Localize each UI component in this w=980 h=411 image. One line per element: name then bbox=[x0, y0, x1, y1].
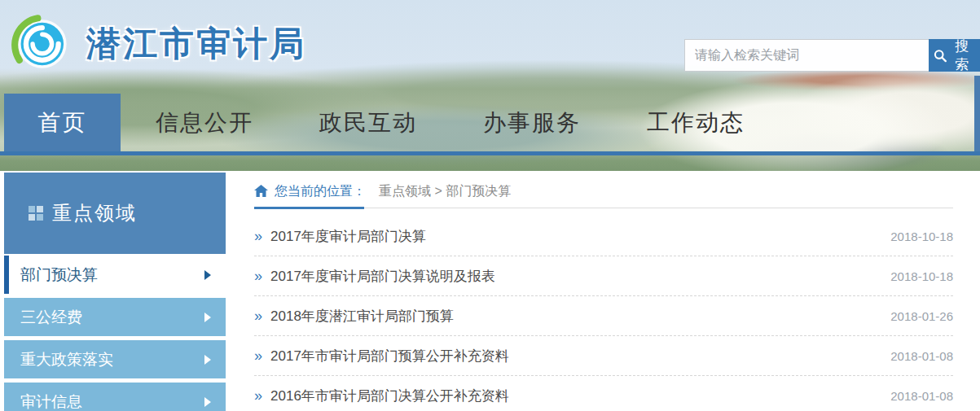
article-link[interactable]: 2017年度审计局部门决算说明及报表 bbox=[270, 267, 495, 286]
double-angle-icon: » bbox=[254, 228, 262, 245]
article-row[interactable]: » 2017年市审计局部门预算公开补充资料 2018-01-08 bbox=[254, 336, 953, 376]
search-box: 搜索 bbox=[684, 39, 980, 72]
breadcrumb-divider bbox=[254, 207, 953, 209]
sidebar-item-label: 三公经费 bbox=[20, 307, 82, 328]
breadcrumb-label: 您当前的位置： bbox=[275, 183, 366, 200]
article-date: 2018-10-18 bbox=[890, 269, 953, 283]
sidebar-item-label: 重大政策落实 bbox=[20, 349, 113, 370]
chevron-right-icon bbox=[204, 270, 211, 280]
breadcrumb-trail[interactable]: 重点领域 > 部门预决算 bbox=[379, 183, 511, 200]
logo-icon bbox=[10, 13, 72, 75]
sidebar: 重点领域 部门预决算 三公经费 重大政策落实 审计信息 bbox=[4, 173, 226, 411]
double-angle-icon: » bbox=[254, 308, 262, 325]
nav-tab-gov-interaction[interactable]: 政民互动 bbox=[303, 94, 433, 151]
article-link[interactable]: 2016年市审计局部门决算公开补充资料 bbox=[270, 387, 509, 405]
main-content: 您当前的位置： 重点领域 > 部门预决算 » 2017年度审计局部门决算 201… bbox=[254, 181, 953, 411]
article-date: 2018-01-26 bbox=[890, 309, 953, 323]
double-angle-icon: » bbox=[254, 268, 262, 285]
nav-tab-work-news[interactable]: 工作动态 bbox=[631, 94, 761, 151]
article-list: » 2017年度审计局部门决算 2018-10-18 » 2017年度审计局部门… bbox=[254, 216, 953, 411]
sidebar-item-three-public-funds[interactable]: 三公经费 bbox=[4, 298, 226, 336]
article-date: 2018-01-08 bbox=[890, 349, 953, 363]
site-title: 潜江市审计局 bbox=[86, 21, 306, 67]
chevron-right-icon bbox=[204, 397, 211, 407]
search-button[interactable]: 搜索 bbox=[929, 39, 980, 72]
article-date: 2018-01-08 bbox=[890, 389, 953, 403]
article-link[interactable]: 2018年度潜江审计局部门预算 bbox=[270, 307, 454, 326]
article-link[interactable]: 2017年市审计局部门预算公开补充资料 bbox=[270, 347, 509, 365]
article-row[interactable]: » 2018年度潜江审计局部门预算 2018-01-26 bbox=[254, 296, 953, 336]
nav-tab-services[interactable]: 办事服务 bbox=[467, 94, 597, 151]
sidebar-title: 重点领域 bbox=[52, 200, 137, 226]
chevron-right-icon bbox=[204, 313, 211, 322]
double-angle-icon: » bbox=[254, 348, 262, 365]
sidebar-item-budget-final-accounts[interactable]: 部门预决算 bbox=[4, 256, 226, 294]
sidebar-header: 重点领域 bbox=[4, 173, 226, 254]
nav-underline bbox=[0, 151, 980, 155]
sidebar-item-label: 部门预决算 bbox=[20, 265, 98, 286]
search-input[interactable] bbox=[684, 39, 929, 72]
breadcrumb: 您当前的位置： 重点领域 > 部门预决算 bbox=[254, 181, 953, 202]
sidebar-item-audit-info[interactable]: 审计信息 bbox=[4, 383, 226, 411]
search-icon bbox=[934, 49, 947, 63]
nav-tab-info-disclosure[interactable]: 信息公开 bbox=[139, 94, 270, 151]
double-angle-icon: » bbox=[254, 387, 262, 404]
article-row[interactable]: » 2016年市审计局部门决算公开补充资料 2018-01-08 bbox=[254, 376, 953, 411]
article-link[interactable]: 2017年度审计局部门决算 bbox=[270, 227, 426, 246]
nav-right-edge-strip bbox=[974, 76, 980, 151]
home-icon bbox=[254, 185, 268, 198]
grid-icon bbox=[29, 206, 43, 221]
article-row[interactable]: » 2017年度审计局部门决算 2018-10-18 bbox=[254, 216, 953, 256]
sidebar-item-major-policy[interactable]: 重大政策落实 bbox=[4, 340, 226, 378]
site-logo-link[interactable]: 潜江市审计局 bbox=[10, 11, 306, 77]
chevron-right-icon bbox=[204, 355, 211, 365]
nav-tab-home[interactable]: 首页 bbox=[4, 94, 121, 151]
sidebar-item-label: 审计信息 bbox=[20, 391, 82, 411]
article-row[interactable]: » 2017年度审计局部门决算说明及报表 2018-10-18 bbox=[254, 256, 953, 296]
article-date: 2018-10-18 bbox=[890, 230, 953, 243]
search-button-label: 搜索 bbox=[948, 37, 975, 74]
